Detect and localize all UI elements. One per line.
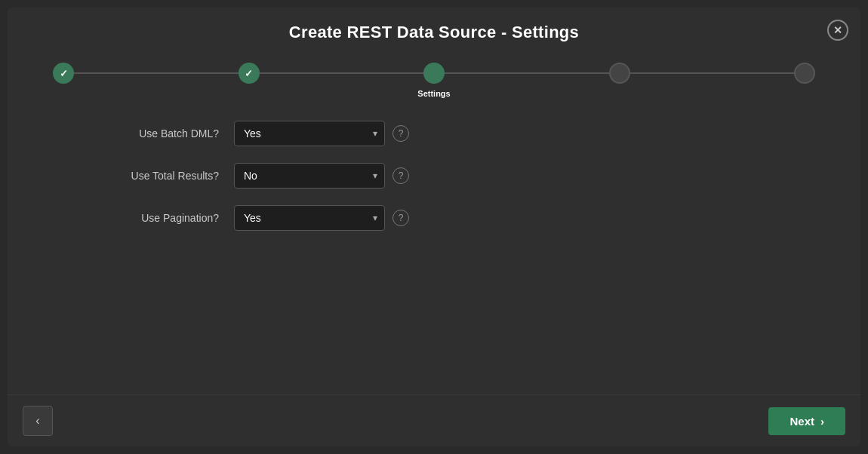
- form-body: Use Batch DML? Yes No ▾ ? Use Total Resu…: [8, 113, 860, 394]
- step-dot-3: [423, 63, 445, 84]
- next-arrow-icon: ›: [820, 415, 824, 428]
- step-label-1: [56, 89, 207, 98]
- step-dot-5: [794, 63, 815, 84]
- next-label: Next: [790, 415, 814, 428]
- step-label-5: [661, 89, 812, 98]
- label-total-results: Use Total Results?: [83, 170, 234, 182]
- stepper-labels: Settings: [53, 84, 815, 98]
- help-icon-batch-dml[interactable]: ?: [392, 125, 409, 142]
- step-label-2: [207, 89, 358, 98]
- modal-header: Create REST Data Source - Settings ✕: [8, 8, 860, 54]
- modal-title: Create REST Data Source - Settings: [289, 23, 579, 41]
- step-label-3: Settings: [359, 89, 509, 98]
- select-pagination[interactable]: Yes No: [234, 205, 385, 231]
- form-row-total-results: Use Total Results? Yes No ▾ ?: [83, 163, 785, 189]
- help-icon-pagination[interactable]: ?: [392, 210, 409, 226]
- label-batch-dml: Use Batch DML?: [83, 127, 234, 140]
- select-wrapper-batch-dml: Yes No ▾: [234, 121, 385, 146]
- stepper-track: ✓ ✓: [53, 62, 815, 84]
- form-row-batch-dml: Use Batch DML? Yes No ▾ ?: [83, 121, 785, 146]
- check-icon-2: ✓: [245, 68, 253, 79]
- step-label-4: [509, 89, 660, 98]
- check-icon-1: ✓: [60, 68, 68, 79]
- label-pagination: Use Pagination?: [83, 212, 234, 224]
- modal-overlay: Create REST Data Source - Settings ✕ ✓ ✓: [0, 0, 868, 454]
- back-icon: ‹: [35, 414, 39, 428]
- help-icon-total-results[interactable]: ?: [392, 167, 409, 184]
- select-wrapper-pagination: Yes No ▾: [234, 205, 385, 231]
- next-button[interactable]: Next ›: [768, 407, 845, 435]
- select-batch-dml[interactable]: Yes No: [234, 121, 385, 146]
- modal-footer: ‹ Next ›: [8, 394, 860, 446]
- step-dot-2: ✓: [239, 63, 260, 84]
- select-total-results[interactable]: Yes No: [234, 163, 385, 189]
- form-row-pagination: Use Pagination? Yes No ▾ ?: [83, 205, 785, 231]
- step-dot-1: ✓: [53, 63, 74, 84]
- close-button[interactable]: ✕: [827, 20, 848, 41]
- step-dot-4: [609, 63, 630, 84]
- modal-dialog: Create REST Data Source - Settings ✕ ✓ ✓: [8, 8, 860, 446]
- back-button[interactable]: ‹: [23, 406, 53, 436]
- stepper: ✓ ✓ Settings: [8, 54, 860, 113]
- select-wrapper-total-results: Yes No ▾: [234, 163, 385, 189]
